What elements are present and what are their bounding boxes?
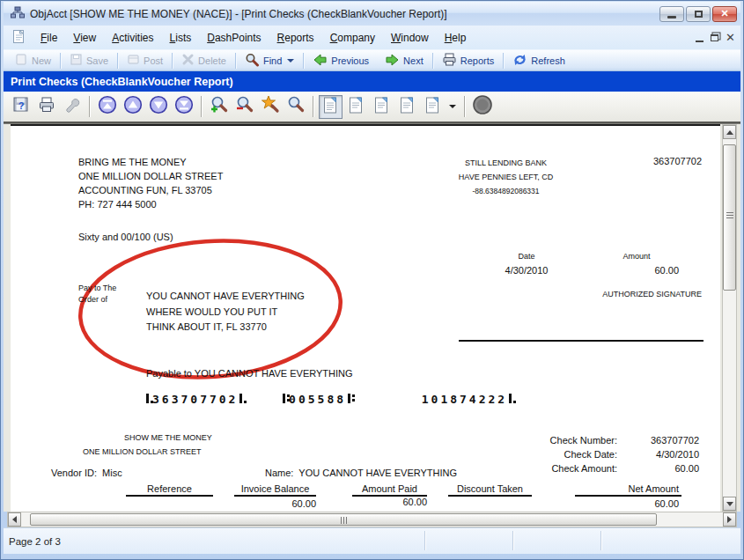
payer-name: BRING ME THE MONEY xyxy=(78,155,223,169)
bank-city: HAVE PENNIES LEFT, CD xyxy=(411,170,600,184)
column-header-net-amount: Net Amount xyxy=(575,483,681,497)
payable-to-line: Payable to YOU CANNOT HAVE EVERYTHING xyxy=(146,368,353,379)
page-layout-dropdown-icon[interactable] xyxy=(449,105,456,108)
statusbar-separator xyxy=(512,531,513,550)
last-page-icon xyxy=(174,95,194,118)
first-page-button[interactable] xyxy=(95,95,119,119)
scroll-right-button[interactable] xyxy=(723,512,736,527)
print-button[interactable] xyxy=(34,95,58,119)
stub-check-number: 363707702 xyxy=(618,433,699,447)
stub-check-labels: Check Number: Check Date: Check Amount: xyxy=(476,433,617,475)
zoom-tool-button[interactable] xyxy=(284,95,307,119)
save-button[interactable]: Save xyxy=(62,51,116,70)
payer-phone: PH: 727 444 5000 xyxy=(78,197,223,211)
micr-transit-symbol xyxy=(348,394,350,403)
post-button[interactable]: Post xyxy=(119,51,171,70)
page-single-icon xyxy=(322,96,339,118)
report-title-bar: Print Checks (CheckBlankVoucher Report) xyxy=(4,71,740,92)
left-arrow-icon xyxy=(12,516,17,523)
previous-button[interactable]: Previous xyxy=(305,51,377,70)
page-layout-single-button[interactable] xyxy=(319,95,343,119)
column-header-reference: Reference xyxy=(126,483,213,497)
payer-city: ACCOUNTING FUN, FL 33705 xyxy=(78,183,223,197)
horizontal-scrollbar[interactable] xyxy=(7,512,737,527)
menu-window[interactable]: Window xyxy=(383,29,437,47)
stop-button[interactable] xyxy=(470,95,494,119)
menu-help[interactable]: Help xyxy=(437,29,475,47)
close-button[interactable]: ✕ xyxy=(712,6,737,22)
menu-lists[interactable]: Lists xyxy=(162,29,200,47)
next-arrow-icon xyxy=(385,53,400,69)
scroll-down-button[interactable] xyxy=(723,497,736,511)
minimize-icon xyxy=(667,16,676,18)
find-dropdown-icon[interactable] xyxy=(287,59,294,63)
horizontal-scroll-track[interactable] xyxy=(657,512,723,527)
horizontal-scroll-thumb[interactable] xyxy=(30,513,657,526)
page-layout-2-button[interactable] xyxy=(344,95,368,119)
reports-button[interactable]: Reports xyxy=(434,51,503,70)
zoom-magic-button[interactable] xyxy=(258,95,282,119)
menu-file[interactable]: File xyxy=(33,29,65,47)
mdi-minimize-button[interactable] xyxy=(696,41,703,42)
payer-street: ONE MILLION DOLLAR STREET xyxy=(78,169,223,183)
page-layout-more-button[interactable] xyxy=(421,95,445,119)
micr-onus-symbol xyxy=(146,394,149,403)
date-label: Date xyxy=(491,252,562,261)
vertical-scroll-track[interactable] xyxy=(723,291,736,497)
next-button[interactable]: Next xyxy=(377,51,431,70)
refresh-button[interactable]: Refresh xyxy=(505,51,573,70)
mdi-close-button[interactable]: ✕ xyxy=(726,33,735,42)
find-button[interactable]: Find xyxy=(237,51,302,70)
net-amount-value: 60.00 xyxy=(626,498,679,509)
stub-check-amount: 60.00 xyxy=(618,461,699,475)
vendor-id-value: Misc xyxy=(102,468,122,478)
menu-activities[interactable]: Activities xyxy=(104,29,161,47)
minimize-button[interactable] xyxy=(659,6,684,22)
menu-company[interactable]: Company xyxy=(322,29,383,47)
restore-button[interactable] xyxy=(686,6,711,22)
page-multi-icon xyxy=(373,96,390,118)
menu-dashpoints[interactable]: DashPoints xyxy=(199,29,269,47)
previous-page-button[interactable] xyxy=(121,95,144,119)
refresh-icon xyxy=(512,53,527,69)
title-bar: ObjAcct [SHOW ME THE MONEY (NACE)] - [Pr… xyxy=(4,2,740,26)
mdi-restore-button[interactable] xyxy=(711,34,718,41)
up-arrow-icon xyxy=(726,130,733,135)
last-page-button[interactable] xyxy=(172,95,195,119)
vertical-scroll-thumb[interactable] xyxy=(723,144,736,291)
previous-page-icon xyxy=(123,95,143,118)
stub-company-street: ONE MILLION DOLLAR STREET xyxy=(83,447,202,456)
menu-reports[interactable]: Reports xyxy=(269,29,322,47)
page-layout-3-button[interactable] xyxy=(370,95,394,119)
app-icon xyxy=(11,6,25,22)
amount-value: 60.00 xyxy=(608,265,679,276)
status-bar: Page 2 of 3 xyxy=(4,527,740,554)
down-arrow-icon xyxy=(726,502,733,506)
stub-check-values: 363707702 4/30/2010 60.00 xyxy=(618,433,699,475)
scroll-left-button[interactable] xyxy=(8,512,21,527)
vertical-scrollbar[interactable] xyxy=(722,124,737,512)
new-button[interactable]: New xyxy=(7,51,59,70)
report-settings-button[interactable] xyxy=(60,95,84,119)
authorized-signature-label: AUTHORIZED SIGNATURE xyxy=(526,290,702,298)
document-icon xyxy=(12,29,26,47)
page-multi-icon xyxy=(424,96,441,118)
export-disk-icon: ? xyxy=(12,96,30,117)
report-preview: BRING ME THE MONEY ONE MILLION DOLLAR ST… xyxy=(4,123,740,512)
delete-button[interactable]: Delete xyxy=(173,51,234,70)
payee-line3: THINK ABOUT IT, FL 33770 xyxy=(146,320,305,335)
statusbar-separator xyxy=(600,531,601,550)
page-layout-4-button[interactable] xyxy=(395,95,419,119)
zoom-out-button[interactable] xyxy=(232,95,256,119)
menu-view[interactable]: View xyxy=(65,29,104,47)
column-header-invoice-balance: Invoice Balance xyxy=(234,483,316,497)
toolbar-separator xyxy=(303,53,304,69)
next-page-button[interactable] xyxy=(146,95,170,119)
app-window: ObjAcct [SHOW ME THE MONEY (NACE)] - [Pr… xyxy=(0,0,744,560)
post-icon xyxy=(127,53,140,68)
page-multi-icon xyxy=(348,96,365,118)
zoom-in-button[interactable] xyxy=(207,95,231,119)
export-button[interactable]: ? xyxy=(9,95,33,119)
payee-line2: WHERE WOULD YOU PUT IT xyxy=(146,305,305,321)
scroll-up-button[interactable] xyxy=(723,125,736,139)
